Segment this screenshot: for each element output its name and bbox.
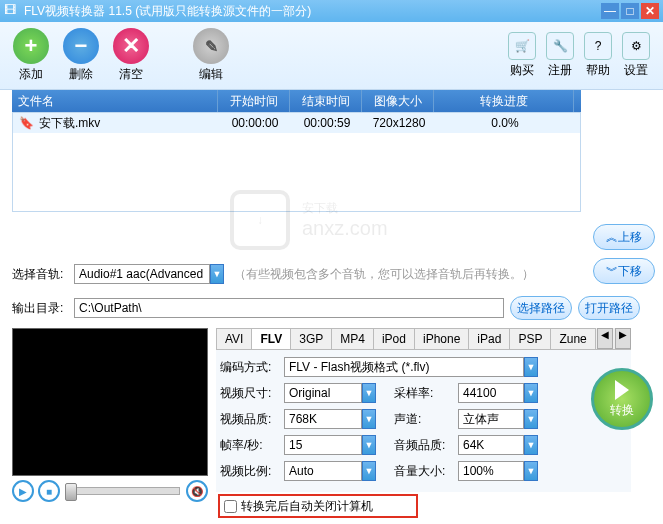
samplerate-select[interactable] (458, 383, 524, 403)
volume-label: 音量大小: (394, 463, 458, 480)
audio-track-select[interactable] (74, 264, 210, 284)
register-button[interactable]: 🔧注册 (541, 32, 579, 79)
settings-panel: AVI FLV 3GP MP4 iPod iPhone iPad PSP Zun… (216, 328, 631, 502)
minimize-button[interactable]: — (601, 3, 619, 19)
col-progress[interactable]: 转换进度 (434, 90, 574, 112)
col-end[interactable]: 结束时间 (290, 90, 362, 112)
tab-ipod[interactable]: iPod (373, 328, 415, 349)
cell-end: 00:00:59 (291, 116, 363, 130)
add-button[interactable]: +添加 (8, 28, 54, 83)
window-title: FLV视频转换器 11.5 (试用版只能转换源文件的一部分) (24, 3, 599, 20)
dropdown-icon[interactable]: ▼ (524, 461, 538, 481)
close-button[interactable]: ✕ (641, 3, 659, 19)
cell-start: 00:00:00 (219, 116, 291, 130)
main-toolbar: +添加 −删除 ✕清空 ✎编辑 🛒购买 🔧注册 ?帮助 ⚙设置 (0, 22, 663, 90)
settings-button[interactable]: ⚙设置 (617, 32, 655, 79)
audio-quality-label: 音频品质: (394, 437, 458, 454)
dropdown-icon[interactable]: ▼ (362, 435, 376, 455)
tabs-prev-button[interactable]: ◀ (597, 328, 613, 349)
cell-name: 安下载.mkv (33, 115, 219, 132)
minus-icon: − (63, 28, 99, 64)
app-icon: 🎞 (4, 3, 20, 19)
tab-zune[interactable]: Zune (550, 328, 595, 349)
chevron-up-icon: ︽ (606, 229, 618, 246)
edit-icon: ✎ (193, 28, 229, 64)
table-row[interactable]: 🔖 安下载.mkv 00:00:00 00:00:59 720x1280 0.0… (13, 113, 580, 133)
move-down-button[interactable]: ︾ 下移 (593, 258, 655, 284)
dropdown-icon[interactable]: ▼ (524, 357, 538, 377)
auto-shutdown-row: 转换完后自动关闭计算机 (218, 494, 418, 518)
format-tabs: AVI FLV 3GP MP4 iPod iPhone iPad PSP Zun… (216, 328, 631, 350)
dropdown-icon[interactable]: ▼ (524, 383, 538, 403)
open-path-button[interactable]: 打开路径 (578, 296, 640, 320)
table-header: 文件名 开始时间 结束时间 图像大小 转换进度 (12, 90, 581, 112)
video-size-label: 视频尺寸: (220, 385, 284, 402)
video-ratio-label: 视频比例: (220, 463, 284, 480)
help-button[interactable]: ?帮助 (579, 32, 617, 79)
key-icon: 🔧 (546, 32, 574, 60)
volume-select[interactable] (458, 461, 524, 481)
video-quality-label: 视频品质: (220, 411, 284, 428)
fps-select[interactable] (284, 435, 362, 455)
play-icon (615, 380, 629, 400)
output-row: 输出目录: 选择路径 打开路径 (0, 292, 663, 324)
edit-button[interactable]: ✎编辑 (188, 28, 234, 83)
audio-track-row: 选择音轨: ▼ （有些视频包含多个音轨，您可以选择音轨后再转换。） (0, 260, 663, 288)
tab-mp4[interactable]: MP4 (331, 328, 374, 349)
output-label: 输出目录: (12, 300, 74, 317)
file-list: 🔖 安下载.mkv 00:00:00 00:00:59 720x1280 0.0… (12, 112, 581, 212)
tab-flv[interactable]: FLV (251, 328, 291, 349)
video-ratio-select[interactable] (284, 461, 362, 481)
cart-icon: 🛒 (508, 32, 536, 60)
cell-size: 720x1280 (363, 116, 435, 130)
tab-psp[interactable]: PSP (509, 328, 551, 349)
mute-button[interactable]: 🔇 (186, 480, 208, 502)
file-icon: 🔖 (13, 116, 33, 130)
help-icon: ? (584, 32, 612, 60)
video-size-select[interactable] (284, 383, 362, 403)
dropdown-icon[interactable]: ▼ (362, 461, 376, 481)
audio-quality-select[interactable] (458, 435, 524, 455)
preview-screen (12, 328, 208, 476)
convert-button[interactable]: 转换 (591, 368, 653, 430)
dropdown-icon[interactable]: ▼ (362, 409, 376, 429)
col-start[interactable]: 开始时间 (218, 90, 290, 112)
dropdown-icon[interactable]: ▼ (362, 383, 376, 403)
cell-progress: 0.0% (435, 116, 575, 130)
dropdown-icon[interactable]: ▼ (210, 264, 224, 284)
tab-3gp[interactable]: 3GP (290, 328, 332, 349)
seek-slider[interactable] (66, 487, 180, 495)
titlebar: 🎞 FLV视频转换器 11.5 (试用版只能转换源文件的一部分) — □ ✕ (0, 0, 663, 22)
auto-shutdown-checkbox[interactable] (224, 500, 237, 513)
audio-hint: （有些视频包含多个音轨，您可以选择音轨后再转换。） (234, 266, 534, 283)
tab-ipad[interactable]: iPad (468, 328, 510, 349)
maximize-button[interactable]: □ (621, 3, 639, 19)
dropdown-icon[interactable]: ▼ (524, 435, 538, 455)
output-path-input[interactable] (74, 298, 504, 318)
gear-icon: ⚙ (622, 32, 650, 60)
buy-button[interactable]: 🛒购买 (503, 32, 541, 79)
x-icon: ✕ (113, 28, 149, 64)
encoding-select[interactable] (284, 357, 524, 377)
col-filename[interactable]: 文件名 (12, 90, 218, 112)
clear-button[interactable]: ✕清空 (108, 28, 154, 83)
tab-avi[interactable]: AVI (216, 328, 252, 349)
audio-label: 选择音轨: (12, 266, 74, 283)
tab-iphone[interactable]: iPhone (414, 328, 469, 349)
video-quality-select[interactable] (284, 409, 362, 429)
delete-button[interactable]: −删除 (58, 28, 104, 83)
stop-button[interactable]: ■ (38, 480, 60, 502)
dropdown-icon[interactable]: ▼ (524, 409, 538, 429)
preview-panel: ▶ ■ 🔇 (12, 328, 208, 502)
encoding-label: 编码方式: (220, 359, 284, 376)
choose-path-button[interactable]: 选择路径 (510, 296, 572, 320)
channels-label: 声道: (394, 411, 458, 428)
auto-shutdown-label: 转换完后自动关闭计算机 (241, 498, 373, 515)
channels-select[interactable] (458, 409, 524, 429)
play-button[interactable]: ▶ (12, 480, 34, 502)
samplerate-label: 采样率: (394, 385, 458, 402)
move-up-button[interactable]: ︽ 上移 (593, 224, 655, 250)
tabs-next-button[interactable]: ▶ (615, 328, 631, 349)
col-size[interactable]: 图像大小 (362, 90, 434, 112)
plus-icon: + (13, 28, 49, 64)
